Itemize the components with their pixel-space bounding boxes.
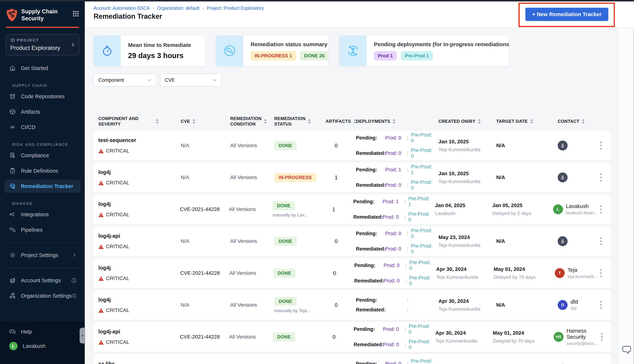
sidebar-user[interactable]: L Lavakush bbox=[5, 340, 80, 353]
sort-icon[interactable] bbox=[478, 118, 481, 124]
table-row[interactable]: log4j-api CRITICAL CVE-2021-44228 All Ve… bbox=[94, 322, 611, 352]
pending-preprod[interactable]: Pre-Prod: 0 bbox=[409, 324, 432, 335]
sort-icon[interactable] bbox=[192, 118, 196, 124]
contact-avatar[interactable] bbox=[558, 140, 568, 150]
target-date: Jan 05, 2025 bbox=[492, 202, 545, 208]
sidebar-item-remediation-tracker[interactable]: Remediation Tracker bbox=[5, 180, 80, 193]
app-grid-icon[interactable] bbox=[72, 10, 80, 18]
info-icon[interactable] bbox=[71, 278, 77, 283]
contact-avatar[interactable] bbox=[558, 236, 568, 246]
column-header-remediation-condition[interactable]: REMEDIATION CONDITION bbox=[225, 116, 269, 127]
pending-prod[interactable]: Prod: 1 bbox=[385, 167, 405, 173]
row-menu-button[interactable] bbox=[597, 203, 605, 216]
component-filter-dropdown[interactable]: Component bbox=[94, 74, 157, 86]
breadcrumb: Account: Automation-SSCA › Organization:… bbox=[94, 6, 264, 11]
column-header-cve[interactable]: CVE bbox=[174, 118, 225, 124]
breadcrumb-account[interactable]: Account: Automation-SSCA bbox=[94, 6, 150, 11]
column-header-created-on-by[interactable]: CREATED ON/BY bbox=[435, 118, 493, 124]
table-row[interactable]: log4j CRITICAL N/A All Versions IN-PROGR… bbox=[94, 162, 611, 192]
contact-avatar[interactable]: D bbox=[558, 300, 568, 310]
sidebar-collapse-handle[interactable] bbox=[80, 328, 85, 344]
row-menu-button[interactable] bbox=[597, 171, 605, 184]
sidebar-item-organization-settings[interactable]: Organization Settings bbox=[5, 289, 80, 302]
project-label: PROJECT bbox=[17, 38, 39, 42]
pending-prod[interactable]: Prod: 0 bbox=[384, 263, 403, 268]
target-note: Delayed by 70 days bbox=[494, 274, 546, 280]
breadcrumb-project[interactable]: Project: Product Exploratory bbox=[207, 6, 264, 11]
sidebar-item-get-started[interactable]: Get Started bbox=[5, 62, 80, 75]
column-header-component[interactable]: COMPONENT AND SEVERITY bbox=[94, 116, 174, 127]
sort-icon[interactable] bbox=[581, 118, 585, 124]
sidebar-item-rule-definitions[interactable]: Rule Definitions bbox=[5, 164, 80, 178]
pending-prod[interactable]: Prod: 0 bbox=[385, 231, 405, 236]
sidebar-item-compliance[interactable]: Compliance bbox=[5, 149, 80, 162]
app-logo[interactable]: Supply Chain Security bbox=[0, 0, 85, 22]
contact-avatar[interactable]: T bbox=[555, 268, 565, 278]
new-remediation-tracker-button[interactable]: + New Remediation Tracker bbox=[525, 8, 608, 21]
pending-preprod[interactable]: Pre-Prod: 1 bbox=[411, 164, 435, 176]
artifacts-count: 0 bbox=[335, 142, 338, 149]
sort-icon[interactable] bbox=[530, 118, 533, 124]
sort-icon[interactable] bbox=[308, 118, 311, 124]
remediated-prod[interactable]: Prod: 0 bbox=[385, 150, 405, 156]
row-menu-button[interactable] bbox=[597, 235, 605, 248]
pending-prod[interactable]: Prod: 0 bbox=[385, 135, 405, 141]
scrollbar-gutter[interactable] bbox=[618, 2, 634, 364]
chat-help-button[interactable] bbox=[621, 344, 632, 356]
sidebar-item-integrations[interactable]: Integrations bbox=[5, 208, 80, 221]
pending-preprod[interactable]: Pre-Prod: 0 bbox=[411, 358, 435, 364]
remediated-prod[interactable]: Prod: 0 bbox=[383, 214, 402, 220]
pending-prod[interactable]: Prod: 0 bbox=[383, 326, 402, 332]
row-menu-button[interactable] bbox=[597, 267, 605, 280]
remediated-prod[interactable]: Prod: 0 bbox=[385, 246, 405, 252]
column-header-artifacts[interactable]: ARTIFACTS bbox=[321, 118, 351, 124]
remediated-preprod[interactable]: Pre-Prod: 0 bbox=[411, 180, 435, 191]
remediated-preprod[interactable]: Pre-Prod: 0 bbox=[411, 243, 435, 254]
table-row[interactable]: log4j-api CRITICAL N/A All Versions DONE… bbox=[94, 226, 611, 256]
project-selector[interactable]: PROJECT Product Exploratory bbox=[6, 34, 79, 55]
pending-preprod[interactable]: Pre-Prod: 0 bbox=[409, 260, 433, 271]
column-header-deployments[interactable]: DEPLOYMENTS bbox=[351, 118, 435, 124]
contact-avatar[interactable]: HS bbox=[554, 332, 563, 342]
sidebar-item-pipelines[interactable]: Pipelines bbox=[5, 223, 80, 236]
sort-icon[interactable] bbox=[392, 118, 396, 124]
remediated-preprod[interactable]: Pre-Prod: 0 bbox=[409, 339, 432, 350]
sidebar-item-project-settings[interactable]: Project Settings bbox=[5, 248, 80, 262]
row-menu-button[interactable] bbox=[599, 330, 605, 343]
sort-icon[interactable] bbox=[156, 118, 159, 124]
column-header-target-date[interactable]: TARGET DATE bbox=[493, 118, 549, 124]
remediated-preprod[interactable]: Pre-Prod: 0 bbox=[409, 275, 433, 286]
sidebar-item-code-repositories[interactable]: Code Repositories bbox=[5, 90, 80, 103]
sidebar-item-cicd[interactable]: CI/CD bbox=[5, 120, 80, 134]
column-header-remediation-status[interactable]: REMEDIATION STATUS bbox=[269, 116, 321, 127]
cve-filter-dropdown[interactable]: CVE bbox=[160, 74, 222, 86]
pending-preprod[interactable]: Pre-Prod: 0 bbox=[411, 132, 435, 144]
table-row[interactable]: log4j CRITICAL CVE-2021-44228 All Versio… bbox=[94, 194, 611, 224]
sidebar-item-artifacts[interactable]: Artifacts bbox=[5, 105, 80, 118]
info-icon[interactable] bbox=[72, 293, 77, 298]
contact-avatar[interactable]: L bbox=[553, 204, 563, 214]
remediated-prod[interactable]: Prod: 0 bbox=[384, 278, 403, 284]
remediated-preprod[interactable]: Pre-Prod: 0 bbox=[408, 211, 431, 223]
table-row[interactable]: log4j CRITICAL CVE-2021-44228 All Versio… bbox=[94, 258, 611, 288]
breadcrumb-organization[interactable]: Organization: default bbox=[157, 6, 199, 11]
row-menu-button[interactable] bbox=[597, 362, 605, 364]
row-menu-button[interactable] bbox=[597, 298, 605, 312]
table-row[interactable]: log4j CRITICAL N/A All Versions DONE man… bbox=[94, 290, 611, 320]
sidebar-item-account-settings[interactable]: Account Settings bbox=[5, 274, 80, 287]
table-row[interactable]: xz-libs DONE Pending: Prod: 0 | Pre-Prod… bbox=[94, 354, 611, 364]
remediated-prod[interactable]: Prod: 0 bbox=[385, 182, 405, 188]
sidebar-item-help[interactable]: ? Help bbox=[5, 325, 80, 338]
sort-icon[interactable] bbox=[264, 118, 267, 124]
row-menu-button[interactable] bbox=[597, 139, 605, 152]
scrollbar-thumb[interactable] bbox=[633, 2, 634, 364]
contact-avatar[interactable] bbox=[558, 172, 568, 182]
pending-preprod[interactable]: Pre-Prod: 1 bbox=[408, 196, 431, 207]
remediated-preprod[interactable]: Pre-Prod: 0 bbox=[411, 148, 435, 159]
remediated-prod[interactable]: Prod: 0 bbox=[383, 342, 402, 348]
pending-prod[interactable]: Prod: 0 bbox=[385, 361, 405, 364]
table-row[interactable]: test-sequencer CRITICAL N/A All Versions… bbox=[94, 130, 611, 160]
pending-prod[interactable]: Prod: 1 bbox=[383, 199, 402, 204]
column-header-contact[interactable]: CONTACT bbox=[549, 118, 611, 124]
pending-preprod[interactable]: Pre-Prod: 0 bbox=[411, 228, 435, 239]
